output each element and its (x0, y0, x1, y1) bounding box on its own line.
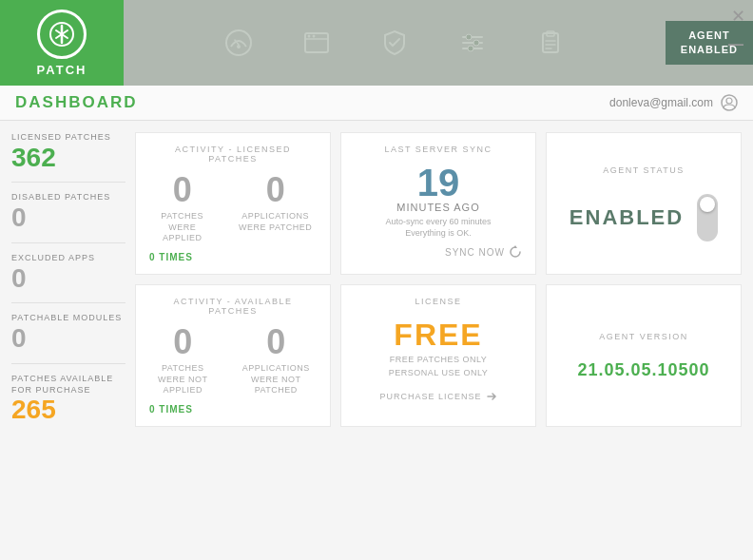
nav-shield-icon[interactable] (379, 28, 410, 58)
license-desc: FREE PATCHES ONLY PERSONAL USE ONLY (389, 354, 489, 379)
svg-point-10 (312, 35, 315, 38)
app-window: PATCH (0, 0, 753, 560)
apps-not-patched-stat: 0 APPLICATIONS WERE NOT PATCHED (236, 325, 317, 396)
sync-minutes: 19 (355, 164, 522, 202)
nav-icons (124, 28, 666, 58)
svg-point-4 (226, 30, 251, 55)
svg-point-9 (307, 35, 310, 38)
patches-not-applied-desc: PATCHES WERE NOT APPLIED (149, 363, 217, 396)
sync-now-label: SYNC NOW (445, 247, 505, 258)
minimize-button[interactable]: — (728, 36, 743, 53)
license-card: LICENSE FREE FREE PATCHES ONLY PERSONAL … (340, 284, 536, 427)
agent-version-card: AGENT VERSION 21.05.05.10500 (546, 284, 742, 427)
last-sync-title: LAST SERVER SYNC (355, 145, 522, 154)
sync-ok: Everything is OK. (355, 228, 522, 238)
licensed-patches-value: 362 (11, 144, 56, 173)
main-content: LICENSED PATCHES 362 DISABLED PATCHES 0 … (0, 121, 753, 438)
excluded-apps-label: EXCLUDED APPS (11, 253, 95, 264)
user-avatar-icon (721, 94, 738, 111)
sync-icon (509, 245, 522, 259)
activity-available-times: 0 TIMES (149, 404, 317, 415)
agent-status-title: AGENT STATUS (603, 165, 685, 175)
patches-not-applied-stat: 0 PATCHES WERE NOT APPLIED (149, 325, 217, 396)
sync-ago: MINUTES AGO (355, 202, 522, 213)
top-nav: PATCH (0, 0, 753, 86)
logo-area: PATCH (0, 0, 124, 86)
activity-available-card: ACTIVITY - AVAILABLE PATCHES 0 PATCHES W… (135, 284, 331, 427)
license-desc-line2: PERSONAL USE ONLY (389, 367, 489, 380)
licensed-patches-label: LICENSED PATCHES (11, 132, 111, 144)
license-free: FREE (394, 319, 482, 350)
patches-available-label: PATCHES AVAILABLE FOR PURCHASE (11, 374, 126, 396)
dashboard-grid: ACTIVITY - LICENSED PATCHES 0 PATCHES WE… (135, 132, 742, 427)
patchable-modules-value: 0 (11, 324, 27, 354)
agent-version-title: AGENT VERSION (599, 332, 687, 341)
user-email: donleva@gmail.com (609, 96, 713, 109)
apps-patched-num: 0 (266, 173, 285, 207)
disabled-patches-label: DISABLED PATCHES (11, 192, 110, 203)
disabled-patches-stat: DISABLED PATCHES 0 (11, 192, 126, 232)
activity-available-numbers: 0 PATCHES WERE NOT APPLIED 0 APPLICATION… (149, 325, 317, 396)
nav-sliders-icon[interactable] (457, 28, 488, 58)
activity-available-title: ACTIVITY - AVAILABLE PATCHES (149, 297, 317, 316)
logo-label: PATCH (37, 63, 87, 77)
sync-auto: Auto-sync every 60 minutes (355, 217, 522, 226)
activity-licensed-card: ACTIVITY - LICENSED PATCHES 0 PATCHES WE… (135, 132, 331, 275)
agent-toggle-switch[interactable] (697, 194, 718, 241)
sync-now-button[interactable]: SYNC NOW (355, 245, 522, 259)
agent-enabled-text: ENABLED (570, 205, 684, 230)
last-sync-card: LAST SERVER SYNC 19 MINUTES AGO Auto-syn… (340, 132, 536, 275)
disabled-patches-value: 0 (11, 203, 27, 233)
agent-status-card: AGENT STATUS ENABLED (546, 132, 742, 275)
patchable-modules-stat: PATCHABLE MODULES 0 (11, 313, 126, 353)
patches-applied-desc: PATCHES WERE APPLIED (149, 211, 215, 244)
apps-not-patched-desc: APPLICATIONS WERE NOT PATCHED (236, 363, 317, 396)
purchase-icon (486, 391, 497, 402)
dashboard-title: DASHBOARD (15, 93, 138, 112)
license-title: LICENSE (415, 297, 461, 306)
toggle-knob (700, 197, 715, 212)
apps-patched-stat: 0 APPLICATIONS WERE PATCHED (234, 173, 317, 244)
licensed-patches-stat: LICENSED PATCHES 362 (11, 132, 126, 172)
patches-available-stat: PATCHES AVAILABLE FOR PURCHASE 265 (11, 374, 126, 425)
patches-available-value: 265 (11, 396, 56, 425)
left-stats: LICENSED PATCHES 362 DISABLED PATCHES 0 … (11, 132, 126, 427)
nav-clipboard-icon[interactable] (535, 28, 566, 58)
svg-point-15 (473, 40, 479, 46)
patches-applied-num: 0 (173, 173, 192, 207)
svg-point-14 (466, 34, 472, 40)
nav-dashboard-icon[interactable] (223, 28, 254, 58)
user-info: donleva@gmail.com (609, 94, 738, 111)
excluded-apps-value: 0 (11, 264, 27, 294)
license-desc-line1: FREE PATCHES ONLY (389, 354, 489, 367)
agent-version-number: 21.05.05.10500 (577, 360, 709, 380)
activity-licensed-numbers: 0 PATCHES WERE APPLIED 0 APPLICATIONS WE… (149, 173, 317, 244)
purchase-license-button[interactable]: PURCHASE LICENSE (379, 391, 496, 402)
activity-licensed-title: ACTIVITY - LICENSED PATCHES (149, 145, 317, 164)
logo-icon (37, 10, 87, 59)
nav-browser-icon[interactable] (301, 28, 332, 58)
patches-applied-stat: 0 PATCHES WERE APPLIED (149, 173, 215, 244)
excluded-apps-stat: EXCLUDED APPS 0 (11, 253, 126, 293)
activity-licensed-times: 0 TIMES (149, 252, 317, 262)
apps-patched-desc: APPLICATIONS WERE PATCHED (234, 211, 317, 233)
patchable-modules-label: PATCHABLE MODULES (11, 313, 122, 324)
svg-point-16 (468, 46, 473, 51)
agent-toggle-area: ENABLED (570, 194, 718, 241)
apps-not-patched-num: 0 (266, 325, 285, 359)
patches-not-applied-num: 0 (173, 325, 192, 359)
close-button[interactable]: ✕ (731, 8, 745, 25)
svg-point-23 (726, 98, 732, 104)
purchase-license-label: PURCHASE LICENSE (379, 392, 481, 401)
sub-header: DASHBOARD donleva@gmail.com (0, 86, 753, 121)
